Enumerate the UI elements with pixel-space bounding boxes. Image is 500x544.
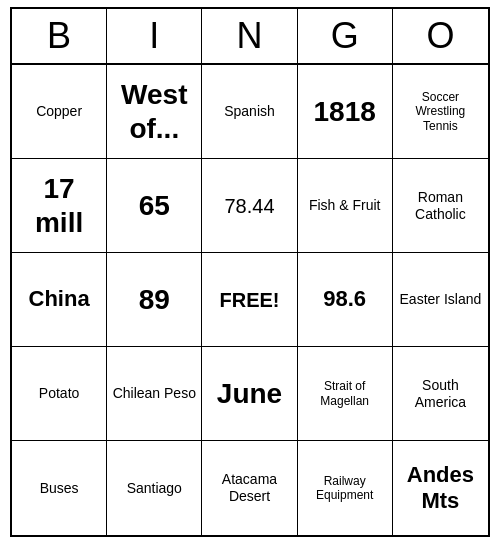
bingo-cell-20: Buses xyxy=(12,441,107,535)
bingo-cell-18: Strait of Magellan xyxy=(298,347,393,441)
bingo-cell-9: Roman Catholic xyxy=(393,159,488,253)
bingo-cell-16: Chilean Peso xyxy=(107,347,202,441)
bingo-letter-i: I xyxy=(107,9,202,63)
bingo-cell-17: June xyxy=(202,347,297,441)
bingo-card: BINGO CopperWest of...Spanish1818Soccer … xyxy=(10,7,490,537)
bingo-cell-13: 98.6 xyxy=(298,253,393,347)
bingo-letter-n: N xyxy=(202,9,297,63)
bingo-cell-10: China xyxy=(12,253,107,347)
bingo-cell-11: 89 xyxy=(107,253,202,347)
bingo-cell-8: Fish & Fruit xyxy=(298,159,393,253)
bingo-cell-7: 78.44 xyxy=(202,159,297,253)
bingo-cell-15: Potato xyxy=(12,347,107,441)
bingo-cell-14: Easter Island xyxy=(393,253,488,347)
bingo-cell-21: Santiago xyxy=(107,441,202,535)
bingo-grid: CopperWest of...Spanish1818Soccer Wrestl… xyxy=(12,65,488,535)
bingo-letter-o: O xyxy=(393,9,488,63)
bingo-cell-6: 65 xyxy=(107,159,202,253)
bingo-letter-g: G xyxy=(298,9,393,63)
bingo-cell-1: West of... xyxy=(107,65,202,159)
bingo-cell-12: FREE! xyxy=(202,253,297,347)
bingo-cell-24: Andes Mts xyxy=(393,441,488,535)
bingo-cell-0: Copper xyxy=(12,65,107,159)
bingo-cell-5: 17 mill xyxy=(12,159,107,253)
bingo-cell-19: South America xyxy=(393,347,488,441)
bingo-header: BINGO xyxy=(12,9,488,65)
bingo-cell-3: 1818 xyxy=(298,65,393,159)
bingo-cell-2: Spanish xyxy=(202,65,297,159)
bingo-cell-22: Atacama Desert xyxy=(202,441,297,535)
bingo-cell-23: Railway Equipment xyxy=(298,441,393,535)
bingo-cell-4: Soccer Wrestling Tennis xyxy=(393,65,488,159)
bingo-letter-b: B xyxy=(12,9,107,63)
